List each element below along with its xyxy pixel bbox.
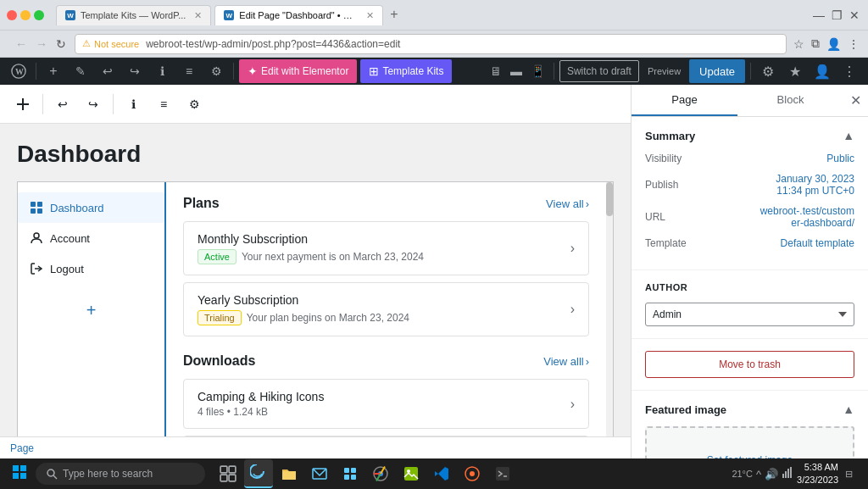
chrome-btn[interactable] (366, 459, 395, 488)
profile-icon[interactable]: 👤 (825, 35, 843, 53)
add-new-btn[interactable]: + (42, 59, 65, 83)
toolbar-sep-1 (42, 94, 43, 114)
sys-time[interactable]: 5:38 AM 3/23/2023 (797, 461, 838, 487)
more-options-btn[interactable]: ⋮ (837, 59, 861, 83)
summary-toggle[interactable]: ▲ (843, 129, 854, 142)
nav-add-btn[interactable]: + (18, 291, 164, 331)
template-label: Template (645, 237, 687, 249)
scroll-thumb (606, 182, 613, 216)
widget-main-content: Plans View all › Monthly Subscription Ac… (166, 182, 606, 436)
tools-btn[interactable]: ⚙ (181, 92, 207, 117)
undo-btn[interactable]: ↩ (96, 59, 120, 83)
plan-item-monthly[interactable]: Monthly Subscription Active Your next pa… (183, 221, 589, 275)
window-minimize-btn[interactable]: — (811, 7, 826, 24)
svg-point-34 (470, 471, 475, 476)
browser-min-btn[interactable] (20, 10, 31, 20)
store-btn[interactable] (336, 459, 364, 488)
widget-scrollbar[interactable] (606, 182, 613, 436)
edit-btn[interactable]: ✎ (69, 59, 92, 83)
nav-item-dashboard[interactable]: Dashboard (18, 192, 164, 223)
svg-point-8 (34, 233, 39, 238)
music-btn[interactable] (458, 459, 487, 488)
block-add-btn[interactable] (10, 92, 36, 117)
tab-1-close[interactable]: ✕ (194, 10, 202, 21)
vscode-btn[interactable] (427, 459, 456, 488)
panel-tab-page[interactable]: Page (632, 85, 737, 116)
nav-item-logout[interactable]: Logout (18, 253, 164, 284)
svg-rect-11 (20, 465, 26, 471)
featured-image-toggle[interactable]: ▲ (843, 403, 854, 416)
edit-with-elementor-btn[interactable]: ✦ Edit with Elementor (239, 59, 357, 83)
terminal-btn[interactable] (488, 459, 517, 488)
desktop-view-btn[interactable]: 🖥 (487, 63, 505, 80)
taskbar-search[interactable]: Type here to search (36, 463, 205, 485)
update-btn[interactable]: Update (689, 59, 745, 83)
window-restore-btn[interactable]: ❐ (830, 7, 844, 24)
browser-max-btn[interactable] (34, 10, 44, 20)
switch-to-draft-btn[interactable]: Switch to draft (559, 60, 639, 82)
info-btn[interactable]: ℹ (150, 59, 174, 83)
url-value[interactable]: webroot-.test/custom er-dashboard/ (760, 205, 854, 229)
settings-gear-btn[interactable]: ⚙ (756, 59, 780, 83)
redo-editor-btn[interactable]: ↪ (81, 92, 106, 117)
nav-item-account[interactable]: Account (18, 223, 164, 253)
email-btn[interactable] (305, 459, 334, 488)
plans-view-all[interactable]: View all › (546, 197, 589, 210)
settings-icon-btn[interactable]: ⚙ (204, 59, 228, 83)
visibility-value[interactable]: Public (826, 153, 854, 164)
download-item-1-info: Camping & Hiking Icons 4 files • 1.24 kB (198, 390, 324, 418)
downloads-section: Downloads View alll › Camping & Hiking I… (183, 353, 589, 436)
template-row: Template Default template (645, 237, 854, 249)
notification-btn[interactable]: ⊟ (842, 469, 856, 480)
window-close-btn[interactable]: ✕ (848, 7, 861, 24)
start-btn[interactable] (5, 461, 34, 486)
downloads-view-all[interactable]: View alll › (543, 355, 589, 368)
network-icon[interactable] (782, 467, 793, 481)
forward-btn[interactable]: → (32, 36, 51, 53)
browser-close-btn[interactable] (7, 10, 17, 20)
taskbar-search-text: Type here to search (63, 468, 153, 480)
file-explorer-btn[interactable] (275, 459, 303, 488)
panel-close-btn[interactable]: ✕ (843, 86, 868, 115)
move-to-trash-btn[interactable]: Move to trash (645, 351, 854, 378)
panel-tab-block[interactable]: Block (737, 85, 843, 116)
reload-btn[interactable]: ↻ (53, 36, 70, 53)
undo-editor-btn[interactable]: ↩ (50, 92, 75, 117)
star-btn[interactable]: ★ (783, 59, 807, 83)
address-bar[interactable]: ⚠ Not secure webroot-test/wp-admin/post.… (75, 34, 787, 54)
download-item-1[interactable]: Camping & Hiking Icons 4 files • 1.24 kB… (183, 379, 589, 429)
update-label: Update (699, 65, 735, 78)
bookmark-icon[interactable]: ☆ (792, 35, 806, 53)
new-tab-button[interactable]: + (387, 7, 401, 22)
menu-icon[interactable]: ⋮ (846, 35, 861, 53)
plan-item-yearly[interactable]: Yearly Subscription Trialing Your plan b… (183, 282, 589, 336)
chevron-up-icon[interactable]: ^ (756, 468, 761, 481)
template-value[interactable]: Default template (781, 237, 854, 249)
list-view-btn[interactable]: ≡ (177, 59, 201, 83)
user-btn[interactable]: 👤 (810, 59, 834, 83)
back-btn[interactable]: ← (12, 36, 31, 53)
photos-btn[interactable] (397, 459, 426, 488)
author-select[interactable]: Admin (645, 303, 854, 326)
address-bar-row: ← → ↻ ⚠ Not secure webroot-test/wp-admin… (0, 31, 868, 58)
tab-1[interactable]: W Template Kits — WordP... ✕ (56, 5, 211, 25)
publish-value[interactable]: January 30, 2023 11:34 pm UTC+0 (776, 173, 854, 197)
template-kits-btn[interactable]: ⊞ Template Kits (360, 59, 452, 83)
tablet-view-btn[interactable]: ▬ (507, 63, 526, 80)
details-btn[interactable]: ℹ (120, 92, 146, 117)
page-tab-page[interactable]: Page (10, 442, 34, 454)
mobile-view-btn[interactable]: 📱 (527, 63, 548, 80)
date-display: 3/23/2023 (797, 474, 838, 486)
redo-btn[interactable]: ↪ (123, 59, 147, 83)
speaker-icon[interactable]: 🔊 (765, 468, 778, 481)
admin-sep-3 (554, 63, 554, 80)
sidebar-nav: Dashboard Account (18, 182, 166, 436)
tab-2[interactable]: W Edit Page "Dashboard" • WebSh... ✕ (214, 5, 383, 25)
preview-btn[interactable]: Preview (643, 59, 686, 83)
list-view-editor-btn[interactable]: ≡ (151, 92, 176, 117)
tab-2-close[interactable]: ✕ (366, 10, 374, 21)
extensions-icon[interactable]: ⧉ (810, 35, 821, 53)
edge-browser-btn[interactable] (244, 459, 273, 488)
svg-rect-12 (13, 473, 19, 479)
taskview-btn[interactable] (214, 459, 242, 488)
